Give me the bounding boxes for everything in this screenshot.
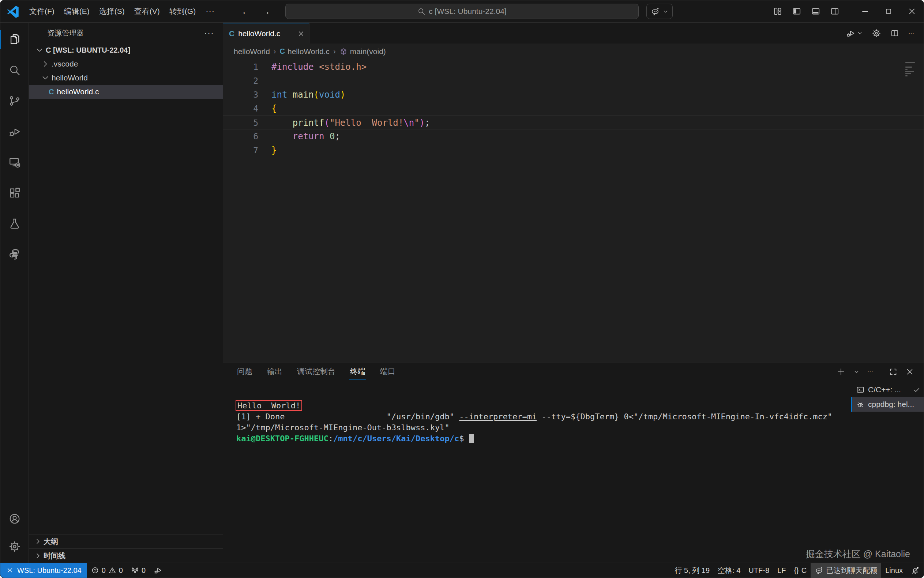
activity-source-control[interactable]: [0, 86, 29, 116]
close-tab-icon[interactable]: [298, 30, 305, 37]
activity-extensions[interactable]: [0, 178, 29, 208]
c-file-icon: C: [280, 47, 285, 55]
toggle-secondary-sidebar-icon[interactable]: [830, 6, 839, 16]
close-panel-icon[interactable]: [905, 367, 914, 376]
tree-item-helloworld-c[interactable]: ChelloWorld.c: [29, 85, 223, 99]
customize-layout-icon[interactable]: [773, 6, 782, 16]
section-时间线[interactable]: 时间线: [29, 549, 223, 563]
menu-overflow-button[interactable]: ···: [200, 6, 220, 16]
panel-more-actions[interactable]: ···: [867, 369, 873, 375]
terminal-output[interactable]: Hello World![1] + Done "/usr/bin/gdb" --…: [223, 381, 851, 563]
code-line-2[interactable]: 2: [223, 74, 924, 88]
maximize-button[interactable]: [877, 1, 900, 22]
minimap[interactable]: [905, 62, 916, 76]
code-line-1[interactable]: 1#include <stdio.h>: [223, 60, 924, 74]
ports-indicator[interactable]: 0: [127, 563, 150, 578]
tree-item-c-wsl-ubuntu-22-04-[interactable]: C [WSL: UBUNTU-22.04]: [29, 43, 223, 57]
menu-选择(S)[interactable]: 选择(S): [94, 4, 130, 19]
split-editor-icon[interactable]: [890, 29, 900, 38]
token: [272, 131, 293, 141]
toggle-sidebar-icon[interactable]: [792, 6, 802, 16]
debug-indicator[interactable]: [150, 563, 166, 578]
copilot-status-button[interactable]: [646, 4, 673, 19]
tree-item-helloworld[interactable]: helloWorld: [29, 71, 223, 85]
maximize-panel-icon[interactable]: [889, 367, 898, 376]
chevron-right-icon: [34, 552, 42, 560]
terminal-dropdown-icon[interactable]: [853, 369, 860, 375]
tree-item-label: .vscode: [52, 60, 78, 68]
new-terminal-icon[interactable]: [836, 367, 846, 377]
editor-area: C helloWorld.c ··· helloWorld›ChelloWorl…: [223, 23, 924, 563]
command-center-search[interactable]: c [WSL: Ubuntu-22.04]: [285, 4, 639, 19]
activity-python[interactable]: [0, 239, 29, 270]
code-editor[interactable]: 1#include <stdio.h>23int main(void)4{5 p…: [223, 59, 924, 363]
line-number: 3: [223, 88, 258, 102]
terminal-instance-cppdbg-hel-[interactable]: cppdbg: hel...: [851, 397, 924, 412]
activity-search[interactable]: [0, 55, 29, 86]
editor-more-actions[interactable]: ···: [908, 30, 914, 37]
panel-tab-端口[interactable]: 端口: [379, 364, 396, 380]
terminal-text: 1>"/tmp/Microsoft-MIEngine-Out-b3slbwss.…: [236, 423, 449, 432]
menu-查看(V)[interactable]: 查看(V): [130, 4, 164, 19]
settings-icon: [8, 540, 21, 553]
run-debug-file-button[interactable]: [846, 29, 863, 38]
code-line-3[interactable]: 3int main(void): [223, 88, 924, 102]
activity-testing[interactable]: [0, 208, 29, 239]
activity-run-debug[interactable]: [0, 116, 29, 147]
panel-tab-调试控制台[interactable]: 调试控制台: [296, 364, 336, 380]
back-icon[interactable]: ←: [241, 6, 251, 17]
menu-文件(F)[interactable]: 文件(F): [24, 4, 59, 19]
tree-item--vscode[interactable]: .vscode: [29, 57, 223, 71]
activity-settings[interactable]: [0, 533, 29, 560]
cursor-position[interactable]: 行 5, 列 19: [671, 563, 714, 578]
encoding[interactable]: UTF-8: [744, 563, 773, 578]
search-icon: [8, 64, 21, 76]
eol-label: LF: [777, 566, 786, 575]
panel-tab-问题[interactable]: 问题: [236, 364, 253, 380]
os-indicator[interactable]: Linux: [881, 563, 907, 578]
debug-icon: [154, 566, 163, 575]
notifications[interactable]: [907, 563, 924, 578]
close-window-button[interactable]: [900, 1, 924, 22]
gear-icon[interactable]: [872, 29, 881, 38]
breadcrumb-item[interactable]: ChelloWorld.c: [280, 47, 330, 56]
terminal-instance-C-C-[interactable]: C/C++: ...: [851, 382, 924, 397]
remote-indicator[interactable]: WSL: Ubuntu-22.04: [0, 563, 87, 578]
section-大纲[interactable]: 大纲: [29, 534, 223, 549]
token: }: [272, 145, 277, 155]
remote-label: WSL: Ubuntu-22.04: [17, 566, 81, 575]
activity-bar: [0, 23, 29, 563]
code-line-7[interactable]: 7}: [223, 143, 924, 157]
forward-icon[interactable]: →: [260, 6, 270, 17]
explorer-more-actions[interactable]: ···: [204, 28, 214, 38]
indentation[interactable]: 空格: 4: [714, 563, 744, 578]
eol[interactable]: LF: [773, 563, 790, 578]
tab-helloworld-c[interactable]: C helloWorld.c: [223, 23, 309, 44]
token: ): [340, 89, 345, 100]
terminal-text: --tty=${DbgTerm} 0<"/tmp/Microsoft-MIEng…: [537, 412, 832, 421]
close-icon: [908, 7, 916, 16]
code-line-4[interactable]: 4{: [223, 102, 924, 115]
toggle-panel-icon[interactable]: [811, 6, 820, 16]
problems-indicator[interactable]: 0 0: [87, 563, 127, 578]
minimize-button[interactable]: [853, 1, 877, 22]
panel-tabs: 问题输出调试控制台终端端口: [236, 364, 396, 380]
terminal-line: kai@DESKTOP-FGHHEUC:/mnt/c/Users/Kai/Des…: [236, 433, 851, 444]
copilot-quota[interactable]: 已达到聊天配额: [810, 563, 881, 578]
activity-files[interactable]: [0, 24, 29, 55]
error-icon: [91, 566, 99, 574]
line-content: #include <stdio.h>: [258, 60, 366, 74]
activity-remote-explorer[interactable]: [0, 147, 29, 178]
language-mode[interactable]: {} C: [790, 563, 810, 578]
panel-tab-输出[interactable]: 输出: [266, 364, 283, 380]
code-line-6[interactable]: 6 return 0;: [223, 130, 924, 143]
activity-account[interactable]: [0, 505, 29, 533]
code-line-5[interactable]: 5 printf("Hello World!\n");: [223, 115, 924, 130]
breadcrumb-item[interactable]: main(void): [340, 47, 386, 56]
panel-tab-终端[interactable]: 终端: [349, 364, 366, 380]
cursor-position-label: 行 5, 列 19: [675, 565, 710, 575]
menu-编辑(E)[interactable]: 编辑(E): [59, 4, 94, 19]
breadcrumb-item[interactable]: helloWorld: [234, 47, 270, 56]
menu-转到(G)[interactable]: 转到(G): [164, 4, 200, 19]
language-label: C: [802, 566, 807, 575]
